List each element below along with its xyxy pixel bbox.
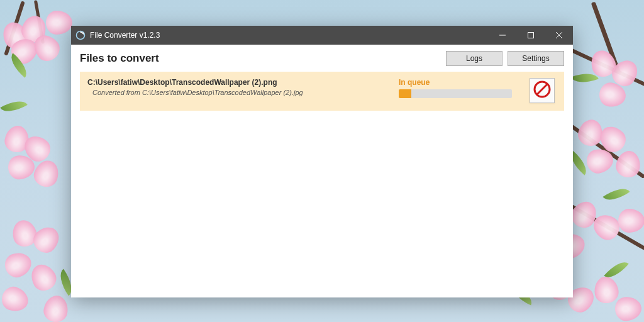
file-output-path: C:\Users\fatiw\Desktop\TranscodedWallpap…	[87, 78, 392, 87]
page-title: Files to convert	[80, 52, 441, 65]
header-row: Files to convert Logs Settings	[80, 51, 564, 66]
svg-line-7	[537, 84, 548, 95]
app-icon	[75, 30, 86, 40]
window-title: File Converter v1.2.3	[90, 31, 160, 40]
file-info: C:\Users\fatiw\Desktop\TranscodedWallpap…	[87, 78, 392, 96]
settings-button[interactable]: Settings	[508, 51, 564, 66]
status-text: In queue	[399, 78, 430, 87]
logs-button[interactable]: Logs	[446, 51, 502, 66]
progress-fill	[399, 89, 411, 98]
svg-rect-3	[528, 33, 533, 38]
minimize-button[interactable]	[488, 26, 516, 45]
converted-from-prefix: Converted from	[92, 89, 142, 96]
content-area: Files to convert Logs Settings C:\Users\…	[71, 45, 573, 297]
cancel-icon	[533, 80, 552, 101]
titlebar[interactable]: File Converter v1.2.3	[71, 26, 573, 45]
file-source-path: C:\Users\fatiw\Desktop\TranscodedWallpap…	[142, 89, 303, 96]
file-row: C:\Users\fatiw\Desktop\TranscodedWallpap…	[80, 72, 564, 111]
progress-bar	[399, 89, 512, 98]
close-button[interactable]	[545, 26, 573, 45]
cancel-button[interactable]	[530, 78, 555, 103]
maximize-button[interactable]	[516, 26, 545, 45]
status-column: In queue	[399, 78, 521, 98]
file-source-line: Converted from C:\Users\fatiw\Desktop\Tr…	[87, 89, 392, 96]
app-window: File Converter v1.2.3 Files to convert L…	[71, 26, 573, 297]
